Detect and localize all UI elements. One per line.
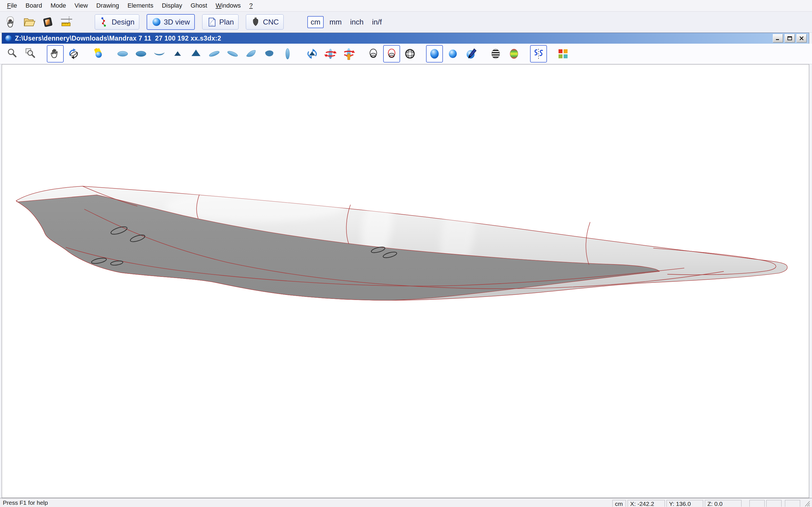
unit-label: mm: [329, 18, 342, 26]
zoom-window-icon: [24, 48, 37, 60]
wireframe-slices-red-button[interactable]: [383, 45, 400, 62]
menu-item-board[interactable]: Board: [21, 1, 46, 10]
render-shaded-button[interactable]: [426, 45, 443, 62]
view-perspective-right-icon: [226, 48, 239, 60]
lighting-button[interactable]: [90, 45, 107, 62]
menu-item-windows[interactable]: Windows: [211, 1, 245, 10]
mode-button-label: Plan: [219, 18, 234, 26]
zoom-button[interactable]: [4, 45, 21, 62]
shape3d-application-window: FileBoardModeViewDrawingElementsDisplayG…: [0, 0, 812, 507]
rotate-vertical-icon: [306, 48, 318, 60]
mode-button-label: 3D view: [164, 18, 190, 26]
render-texture-pencil-button[interactable]: [463, 45, 479, 62]
measurements-guidelines-icon[interactable]: [59, 15, 74, 29]
view-perspective-left-button[interactable]: [206, 45, 223, 62]
rotate-3d-button[interactable]: [65, 45, 82, 62]
unit-label: in/f: [372, 18, 382, 26]
menu-item-view[interactable]: View: [70, 1, 92, 10]
rotate-vertical-button[interactable]: [304, 45, 320, 62]
color-squares-icon: [557, 48, 569, 60]
view-deck-button[interactable]: [114, 45, 131, 62]
rotate-longitudinal-up-button[interactable]: [340, 45, 357, 62]
unit-option-cm[interactable]: cm: [307, 16, 324, 28]
resize-grip[interactable]: [803, 500, 811, 507]
view-nose-right-button[interactable]: [261, 45, 278, 62]
status-empty-cell: [766, 500, 781, 507]
view-rail-button[interactable]: [151, 45, 168, 62]
zoom-icon: [6, 48, 18, 60]
view-plan-vertical-icon: [282, 48, 294, 60]
menu-item-?[interactable]: ?: [245, 1, 257, 10]
status-y-coordinate: Y: 136.0: [666, 500, 703, 507]
rotate-longitudinal-button[interactable]: [322, 45, 339, 62]
status-empty-cell: [749, 500, 765, 507]
3d-viewport[interactable]: [2, 64, 809, 498]
maximize-button[interactable]: [784, 34, 795, 43]
save-board-icon[interactable]: [41, 15, 55, 29]
rotate-longitudinal-up-icon: [343, 48, 355, 60]
mode-button-3d-view[interactable]: 3D view: [147, 14, 195, 30]
view-nose-left-button[interactable]: [243, 45, 259, 62]
plan-sheet-icon: [207, 17, 216, 27]
view-nose-left-icon: [245, 48, 257, 60]
view-deck-icon: [116, 48, 129, 60]
wireframe-slices-red-icon: [386, 48, 398, 60]
new-board-hand-icon[interactable]: [3, 15, 18, 29]
minimize-button[interactable]: [773, 34, 783, 43]
render-plain-button[interactable]: [444, 45, 461, 62]
render-shaded-icon: [428, 48, 441, 60]
wireframe-globe-button[interactable]: [402, 45, 418, 62]
close-button[interactable]: [797, 34, 807, 43]
render-curvature-rainbow-button[interactable]: [506, 45, 522, 62]
view-bottom-button[interactable]: [133, 45, 149, 62]
unit-option-in-f[interactable]: in/f: [369, 16, 385, 28]
view-toolbar: [0, 44, 812, 64]
open-folder-icon[interactable]: [22, 15, 37, 29]
color-squares-button[interactable]: [555, 45, 571, 62]
document-title: Z:\Users\dennery\Downloads\Mandrax 7 11 …: [15, 35, 773, 42]
menu-item-elements[interactable]: Elements: [123, 1, 158, 10]
render-curvature-rainbow-icon: [508, 48, 520, 60]
mode-button-design[interactable]: Design: [95, 14, 139, 30]
zoom-window-button[interactable]: [22, 45, 39, 62]
menu-item-mode[interactable]: Mode: [46, 1, 70, 10]
unit-label: cm: [311, 18, 320, 26]
status-x-coordinate: X: -242.2: [627, 500, 665, 507]
flex-symmetry-button[interactable]: [530, 45, 547, 62]
unit-option-mm[interactable]: mm: [326, 16, 344, 28]
deck-highlight: [165, 191, 346, 222]
pan-hand-button[interactable]: [47, 45, 64, 62]
view-tail-big-button[interactable]: [188, 45, 204, 62]
surfboard-3d-render: [2, 64, 809, 498]
mode-button-cnc[interactable]: CNC: [246, 14, 283, 30]
menu-item-ghost[interactable]: Ghost: [186, 1, 211, 10]
render-zebra-button[interactable]: [487, 45, 504, 62]
view-tail-small-button[interactable]: [169, 45, 186, 62]
render-zebra-icon: [490, 48, 502, 60]
view-plan-vertical-button[interactable]: [279, 45, 296, 62]
menu-item-file[interactable]: File: [3, 1, 21, 10]
wireframe-slices-button[interactable]: [365, 45, 382, 62]
view-perspective-right-button[interactable]: [224, 45, 241, 62]
unit-option-inch[interactable]: inch: [347, 16, 366, 28]
mode-button-plan[interactable]: Plan: [202, 14, 239, 30]
unit-selector-group: cmmminchin/f: [307, 16, 385, 28]
status-bar: Press F1 for help cm X: -242.2 Y: 136.0 …: [0, 498, 812, 507]
document-title-bar[interactable]: Z:\Users\dennery\Downloads\Mandrax 7 11 …: [2, 33, 809, 44]
status-empty-cell: [785, 500, 800, 507]
unit-label: inch: [350, 18, 364, 26]
wireframe-slices-icon: [367, 48, 379, 60]
render-texture-pencil-icon: [465, 48, 477, 60]
document-sphere-icon: [5, 35, 12, 42]
menu-item-drawing[interactable]: Drawing: [92, 1, 123, 10]
maximize-icon: [787, 36, 793, 41]
status-unit: cm: [612, 500, 626, 507]
minimize-icon: [775, 36, 781, 41]
pan-hand-icon: [49, 48, 61, 60]
menu-item-display[interactable]: Display: [158, 1, 186, 10]
view-bottom-icon: [135, 48, 147, 60]
wireframe-globe-icon: [404, 48, 416, 60]
close-icon: [799, 36, 804, 41]
rotate-3d-icon: [67, 48, 80, 60]
mode-button-group: Design3D viewPlanCNC: [95, 14, 291, 30]
